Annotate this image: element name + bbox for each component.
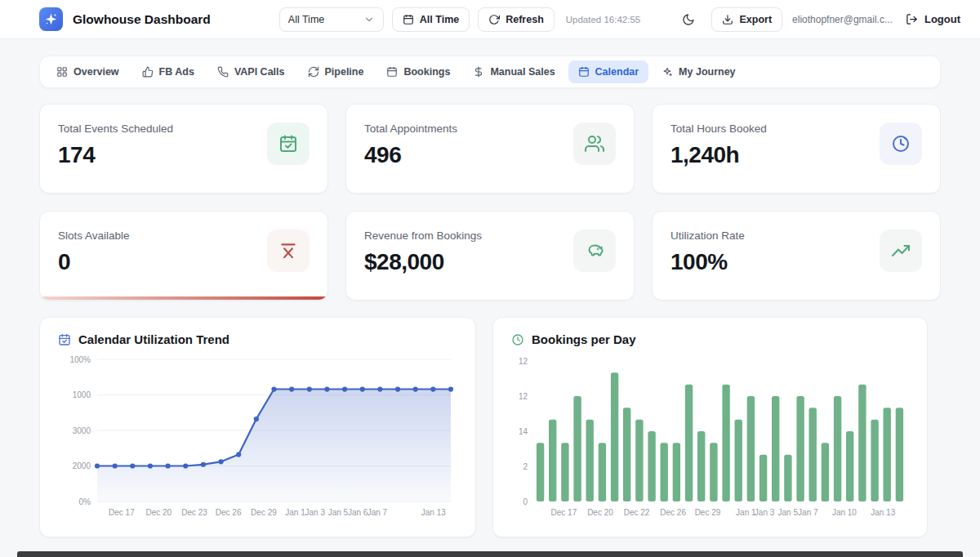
- dark-mode-toggle[interactable]: [679, 10, 698, 29]
- svg-text:100%: 100%: [69, 355, 91, 364]
- sparkles-icon: [662, 66, 673, 78]
- stat-card-total-appointments: Total Appointments 496: [345, 104, 635, 194]
- stat-value: 174: [58, 142, 173, 168]
- calendar-utilization-chart-card: Calendar Utilization Trend 100%100030002…: [39, 317, 476, 537]
- stat-label: Utilization Rate: [670, 229, 745, 242]
- time-filter-value: All Time: [288, 14, 324, 25]
- svg-text:12: 12: [519, 392, 528, 401]
- bookings-per-day-chart-card: Bookings per Day 12121420Dec 17Dec 20Dec…: [492, 317, 928, 537]
- clock-icon: [891, 134, 911, 154]
- svg-text:Dec 22: Dec 22: [624, 508, 650, 517]
- svg-text:Jan 6: Jan 6: [348, 508, 368, 517]
- tab-fb-ads[interactable]: FB Ads: [132, 60, 204, 83]
- svg-text:Dec 17: Dec 17: [109, 508, 135, 517]
- calendar-check-icon: [278, 134, 298, 154]
- tab-overview[interactable]: Overview: [47, 60, 129, 83]
- chevron-down-icon: [363, 14, 375, 25]
- stat-card-total-events: Total Events Scheduled 174: [39, 104, 328, 194]
- svg-text:2: 2: [523, 462, 528, 471]
- calendar-icon: [58, 333, 71, 346]
- stat-icon-box: [880, 229, 922, 272]
- svg-text:Dec 29: Dec 29: [695, 508, 721, 517]
- calendar-icon: [386, 66, 398, 78]
- clock-icon: [511, 333, 524, 346]
- svg-text:12: 12: [519, 357, 528, 366]
- stat-label: Total Events Scheduled: [58, 123, 173, 135]
- refresh-button[interactable]: Refresh: [478, 7, 555, 32]
- svg-text:Jan 10: Jan 10: [832, 508, 857, 517]
- svg-text:0%: 0%: [79, 497, 91, 506]
- stat-value: 496: [364, 142, 457, 168]
- svg-text:Jan 1: Jan 1: [285, 508, 305, 517]
- svg-text:Jan 7: Jan 7: [798, 508, 818, 517]
- calendar-icon: [578, 66, 590, 78]
- date-range-button[interactable]: All Time: [392, 7, 470, 32]
- stat-label: Total Hours Booked: [670, 123, 767, 135]
- logout-icon: [906, 13, 918, 25]
- cycle-icon: [308, 66, 319, 78]
- page-title: Glowhouse Dashboard: [73, 12, 211, 27]
- stat-icon-box: [573, 123, 616, 165]
- svg-text:Dec 26: Dec 26: [216, 508, 242, 517]
- svg-text:1000: 1000: [73, 390, 91, 399]
- svg-text:Jan 13: Jan 13: [871, 508, 895, 517]
- svg-text:Dec 26: Dec 26: [660, 508, 686, 517]
- sparkle-logo-icon: [44, 12, 58, 26]
- svg-text:Dec 20: Dec 20: [145, 508, 172, 517]
- stat-value: 0: [58, 249, 130, 275]
- export-button[interactable]: Export: [711, 7, 782, 32]
- svg-text:Dec 17: Dec 17: [551, 508, 577, 517]
- tab-pipeline[interactable]: Pipeline: [298, 60, 374, 83]
- window-bottom-edge: [17, 551, 963, 557]
- stat-card-slots-available: Slots Available 0: [39, 211, 328, 301]
- calendar-icon: [403, 14, 414, 25]
- time-filter-dropdown[interactable]: All Time: [279, 7, 384, 32]
- tab-bookings[interactable]: Bookings: [376, 60, 460, 83]
- thumbs-up-icon: [142, 66, 154, 78]
- phone-icon: [217, 66, 229, 78]
- dollar-icon: [473, 66, 484, 78]
- users-icon: [585, 134, 604, 154]
- updated-timestamp: Updated 16:42:55: [566, 15, 640, 25]
- svg-text:3000: 3000: [73, 426, 91, 435]
- svg-text:0: 0: [523, 497, 528, 506]
- svg-text:Jan 5: Jan 5: [778, 508, 799, 517]
- svg-text:Jan 1: Jan 1: [736, 508, 756, 517]
- stat-value: 100%: [670, 249, 745, 275]
- svg-text:Jan 5: Jan 5: [328, 508, 349, 517]
- stat-label: Slots Available: [58, 229, 130, 242]
- top-header: Glowhouse Dashboard All Time All Time Re…: [0, 0, 980, 39]
- alert-accent-bar: [40, 296, 327, 300]
- stat-card-total-hours: Total Hours Booked 1,240h: [652, 104, 941, 194]
- download-icon: [722, 14, 733, 25]
- stat-icon-box: [267, 229, 310, 272]
- stat-icon-box: [880, 123, 922, 165]
- svg-text:Jan 3: Jan 3: [305, 508, 325, 517]
- bar-chart: 12121420Dec 17Dec 20Dec 22Dec 26Dec 29Ja…: [511, 351, 909, 526]
- stat-label: Revenue from Bookings: [364, 229, 482, 242]
- stat-value: $28,000: [364, 249, 482, 275]
- stat-label: Total Appointments: [364, 123, 457, 135]
- tab-bar: Overview FB Ads VAPI Calls Pipeline Book…: [39, 56, 941, 88]
- trending-up-icon: [891, 241, 911, 261]
- calendar-x-icon: [278, 240, 299, 261]
- svg-text:14: 14: [519, 427, 528, 436]
- svg-text:Dec 23: Dec 23: [181, 508, 207, 517]
- svg-text:Dec 29: Dec 29: [251, 508, 277, 517]
- logout-button[interactable]: Logout: [906, 13, 960, 25]
- chart-title: Calendar Utilization Trend: [78, 332, 229, 346]
- tab-vapi-calls[interactable]: VAPI Calls: [207, 60, 295, 83]
- line-chart: 100%1000300020000%Dec 17Dec 20Dec 23Dec …: [58, 351, 457, 526]
- tab-calendar[interactable]: Calendar: [568, 60, 649, 83]
- svg-text:2000: 2000: [73, 461, 91, 470]
- stat-card-revenue: Revenue from Bookings $28,000: [345, 211, 635, 301]
- user-email: eliothopfner@gmail.c...: [792, 14, 893, 25]
- piggy-bank-icon: [584, 240, 605, 261]
- tab-manual-sales[interactable]: Manual Sales: [463, 60, 564, 83]
- app-logo: [39, 7, 63, 31]
- svg-text:Jan 13: Jan 13: [421, 508, 446, 517]
- stat-value: 1,240h: [670, 142, 767, 168]
- svg-text:Dec 20: Dec 20: [587, 508, 613, 517]
- tab-my-journey[interactable]: My Journey: [652, 60, 745, 83]
- moon-icon: [682, 13, 695, 26]
